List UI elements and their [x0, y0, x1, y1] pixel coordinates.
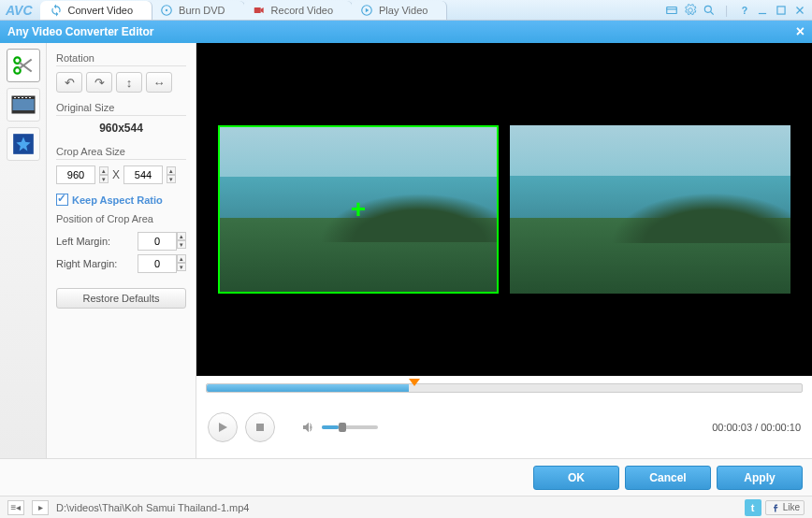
prev-file-button[interactable]: ≡◂: [7, 500, 24, 515]
film-tool-button[interactable]: [7, 88, 40, 122]
facebook-icon: [770, 502, 781, 513]
svg-rect-10: [777, 6, 785, 13]
video-area: +: [196, 43, 812, 376]
social-buttons: t Like: [745, 499, 805, 516]
left-margin-label: Left Margin:: [56, 236, 110, 247]
maximize-button[interactable]: [775, 4, 788, 17]
right-margin-input[interactable]: [138, 254, 177, 273]
crop-tool-button[interactable]: [7, 49, 40, 82]
svg-line-7: [711, 11, 714, 14]
next-file-button[interactable]: ▸: [32, 500, 49, 515]
svg-rect-24: [29, 97, 31, 98]
ok-button[interactable]: OK: [533, 466, 619, 490]
rotation-section-title: Rotation: [56, 52, 186, 66]
top-bar: AVC Convert Video Burn DVD Record Video …: [0, 0, 812, 21]
original-size-value: 960x544: [56, 122, 186, 135]
original-size-label: Original Size: [56, 102, 186, 116]
apply-button[interactable]: Apply: [717, 466, 803, 490]
flip-horizontal-button[interactable]: ↔: [146, 72, 172, 93]
svg-rect-4: [667, 7, 677, 13]
restore-defaults-button[interactable]: Restore Defaults: [56, 288, 186, 309]
play-button[interactable]: [208, 412, 238, 442]
twitter-button[interactable]: t: [745, 499, 761, 516]
crop-preview-frame[interactable]: +: [218, 125, 499, 294]
flip-vertical-button[interactable]: ↕: [116, 72, 142, 93]
dialog-footer: OK Cancel Apply: [0, 458, 812, 496]
star-icon: [11, 132, 36, 156]
search-icon[interactable]: [703, 4, 716, 17]
editor-close-button[interactable]: ×: [796, 23, 805, 40]
svg-rect-23: [25, 97, 27, 98]
record-icon: [253, 4, 266, 17]
settings-panel: Rotation ↶ ↷ ↕ ↔ Original Size 960x544 C…: [47, 43, 196, 458]
crop-size-inputs: ▴▾ X ▴▾: [56, 165, 186, 184]
tab-play-video[interactable]: Play Video: [351, 1, 447, 20]
keep-aspect-row: Keep Aspect Ratio: [56, 194, 186, 206]
crop-center-cross-icon: +: [351, 194, 366, 224]
timeline-marker[interactable]: [409, 379, 420, 386]
crop-height-input[interactable]: [123, 165, 163, 184]
timeline: [196, 376, 812, 404]
stop-button[interactable]: [245, 412, 275, 442]
film-icon: [11, 95, 36, 114]
output-preview-frame: [510, 125, 790, 294]
rotate-left-button[interactable]: ↶: [56, 72, 82, 93]
rotation-buttons: ↶ ↷ ↕ ↔: [56, 72, 186, 93]
playback-controls: 00:00:03 / 00:00:10: [196, 404, 812, 451]
right-margin-label: Right Margin:: [56, 258, 117, 269]
volume-fill: [322, 425, 339, 429]
crop-width-stepper[interactable]: ▴▾: [99, 166, 109, 183]
right-margin-row: Right Margin: ▴▾: [56, 254, 186, 273]
volume-control: [301, 420, 378, 435]
right-margin-stepper[interactable]: ▴▾: [177, 254, 186, 273]
svg-text:?: ?: [742, 4, 747, 15]
svg-rect-2: [254, 7, 260, 13]
app-logo: AVC: [6, 3, 33, 18]
svg-rect-22: [22, 97, 23, 98]
stop-icon: [255, 423, 265, 432]
disc-icon: [160, 4, 173, 17]
gear-icon[interactable]: [684, 4, 697, 17]
tab-burn-dvd[interactable]: Burn DVD: [151, 1, 245, 20]
play-icon: [217, 422, 228, 433]
status-bar: ≡◂ ▸ D:\videos\Thai\Koh Samui Thailand-1…: [0, 496, 812, 518]
file-path: D:\videos\Thai\Koh Samui Thailand-1.mp4: [56, 502, 249, 513]
tab-label: Play Video: [379, 5, 428, 16]
left-margin-row: Left Margin: ▴▾: [56, 232, 186, 251]
volume-icon[interactable]: [301, 420, 316, 435]
keep-aspect-checkbox[interactable]: [56, 194, 68, 206]
volume-slider[interactable]: [322, 425, 378, 429]
left-margin-input[interactable]: [138, 232, 177, 251]
svg-point-1: [166, 8, 167, 10]
tab-label: Convert Video: [68, 5, 134, 16]
card-icon[interactable]: [665, 4, 678, 17]
cancel-button[interactable]: Cancel: [625, 466, 711, 490]
close-button[interactable]: [793, 4, 806, 17]
tab-record-video[interactable]: Record Video: [243, 1, 353, 20]
minimize-button[interactable]: [756, 4, 769, 17]
timeline-progress: [207, 384, 409, 392]
svg-rect-20: [14, 97, 16, 98]
editor-title-bar: Any Video Converter Editor ×: [0, 21, 812, 43]
crop-width-input[interactable]: [56, 165, 95, 184]
facebook-like-button[interactable]: Like: [765, 500, 805, 515]
left-margin-stepper[interactable]: ▴▾: [177, 232, 186, 251]
timeline-track[interactable]: [206, 383, 803, 393]
preview-area: +: [196, 43, 812, 458]
svg-rect-19: [12, 110, 35, 113]
effects-tool-button[interactable]: [7, 127, 40, 161]
help-icon[interactable]: ?: [737, 4, 750, 17]
rotate-right-button[interactable]: ↷: [86, 72, 112, 93]
crop-height-stepper[interactable]: ▴▾: [167, 166, 176, 183]
play-icon: [360, 4, 373, 17]
crop-x-label: X: [112, 168, 120, 181]
svg-point-6: [704, 6, 711, 12]
refresh-icon: [50, 4, 63, 17]
volume-knob[interactable]: [339, 423, 346, 432]
tab-label: Burn DVD: [179, 5, 225, 16]
position-label: Position of Crop Area: [56, 213, 186, 226]
scissors-icon: [11, 53, 36, 78]
separator: |: [725, 4, 728, 17]
tab-convert-video[interactable]: Convert Video: [40, 1, 153, 20]
time-display: 00:00:03 / 00:00:10: [712, 422, 801, 433]
